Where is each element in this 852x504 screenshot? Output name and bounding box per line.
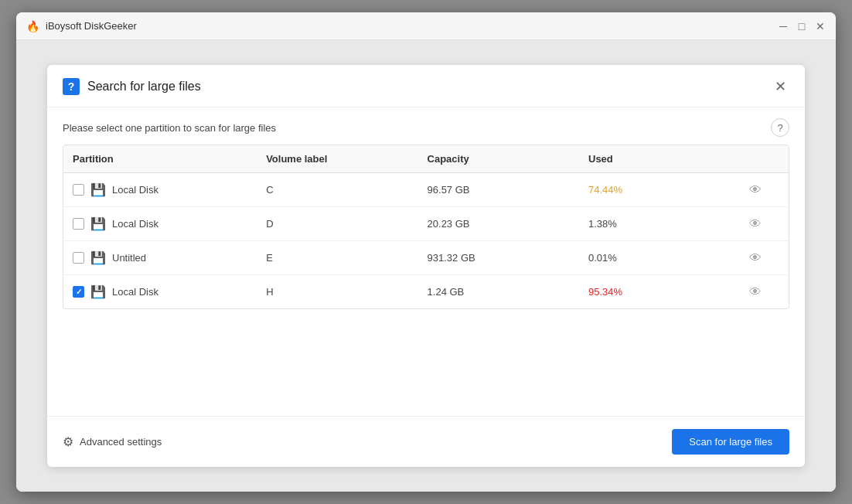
maximize-button[interactable]: □ <box>796 20 808 32</box>
used-e: 0.01% <box>579 241 740 275</box>
app-body: ? Search for large files ✕ Please select… <box>16 40 836 492</box>
table-row: 💾 Local Disk H 1.24 GB 95.34% 👁 <box>63 275 789 309</box>
capacity-e: 931.32 GB <box>418 241 579 275</box>
eye-icon-h[interactable]: 👁 <box>749 285 762 298</box>
partition-name-e: Untitled <box>112 252 146 264</box>
eye-icon-d[interactable]: 👁 <box>749 217 762 230</box>
title-bar: 🔥 iBoysoft DiskGeeker ─ □ ✕ <box>16 12 836 40</box>
checkbox-c[interactable] <box>73 184 84 196</box>
eye-cell-c: 👁 <box>740 173 789 207</box>
table-row: 💾 Local Disk C 96.57 GB 74.44% 👁 <box>63 173 789 207</box>
partition-name-h: Local Disk <box>112 286 158 298</box>
col-volume-label: Volume label <box>257 145 417 173</box>
partition-cell-c: 💾 Local Disk <box>63 173 257 207</box>
table-row: 💾 Untitled E 931.32 GB 0.01% 👁 <box>63 241 789 275</box>
advanced-settings-button[interactable]: ⚙ Advanced settings <box>63 434 162 449</box>
dialog-title: Search for large files <box>87 80 771 94</box>
gear-icon: ⚙ <box>63 434 73 449</box>
checkbox-h[interactable] <box>73 286 84 298</box>
volume-label-d: D <box>257 207 417 241</box>
disk-icon-d: 💾 <box>90 216 106 231</box>
used-c: 74.44% <box>579 173 740 207</box>
app-icon: 🔥 <box>26 19 39 33</box>
table-row: 💾 Local Disk D 20.23 GB 1.38% 👁 <box>63 207 789 241</box>
dialog-subtitle-row: Please select one partition to scan for … <box>47 107 805 145</box>
volume-label-h: H <box>257 275 417 309</box>
dialog-footer: ⚙ Advanced settings Scan for large files <box>47 416 805 467</box>
dialog-content: Partition Volume label Capacity Used <box>47 145 805 416</box>
partition-name-c: Local Disk <box>112 184 158 196</box>
eye-cell-d: 👁 <box>740 207 789 241</box>
eye-cell-e: 👁 <box>740 241 789 275</box>
checkbox-e[interactable] <box>73 252 84 264</box>
partition-cell-h: 💾 Local Disk <box>63 275 257 309</box>
help-button[interactable]: ? <box>771 118 789 137</box>
scan-button[interactable]: Scan for large files <box>672 429 789 455</box>
eye-icon-e[interactable]: 👁 <box>749 251 762 264</box>
col-used: Used <box>579 145 740 173</box>
disk-icon-e: 💾 <box>90 250 106 265</box>
minimize-button[interactable]: ─ <box>777 20 789 32</box>
col-partition: Partition <box>63 145 257 173</box>
window-controls: ─ □ ✕ <box>777 20 826 32</box>
capacity-d: 20.23 GB <box>418 207 579 241</box>
checkbox-d[interactable] <box>73 218 84 230</box>
partition-cell-d: 💾 Local Disk <box>63 207 257 241</box>
dialog-header: ? Search for large files ✕ <box>47 65 805 107</box>
used-h: 95.34% <box>579 275 740 309</box>
table-header: Partition Volume label Capacity Used <box>63 145 789 173</box>
partition-table: Partition Volume label Capacity Used <box>63 145 789 308</box>
disk-icon-h: 💾 <box>90 284 106 299</box>
capacity-c: 96.57 GB <box>418 173 579 207</box>
volume-label-c: C <box>257 173 417 207</box>
capacity-h: 1.24 GB <box>418 275 579 309</box>
volume-label-e: E <box>257 241 417 275</box>
table-body: 💾 Local Disk C 96.57 GB 74.44% 👁 <box>63 173 789 309</box>
eye-icon-c[interactable]: 👁 <box>749 183 762 196</box>
app-window: 🔥 iBoysoft DiskGeeker ─ □ ✕ ? Search for… <box>16 12 836 492</box>
app-close-button[interactable]: ✕ <box>814 20 826 32</box>
col-action <box>740 145 789 173</box>
partition-table-container: Partition Volume label Capacity Used <box>63 145 789 309</box>
search-large-files-dialog: ? Search for large files ✕ Please select… <box>47 65 805 467</box>
dialog-close-button[interactable]: ✕ <box>771 77 789 96</box>
advanced-settings-label: Advanced settings <box>80 436 162 448</box>
col-capacity: Capacity <box>418 145 579 173</box>
app-title: iBoysoft DiskGeeker <box>46 20 777 32</box>
disk-icon-c: 💾 <box>90 182 106 197</box>
partition-name-d: Local Disk <box>112 218 158 230</box>
eye-cell-h: 👁 <box>740 275 789 309</box>
used-d: 1.38% <box>579 207 740 241</box>
dialog-icon: ? <box>63 78 80 95</box>
dialog-subtitle-text: Please select one partition to scan for … <box>63 122 276 134</box>
partition-cell-e: 💾 Untitled <box>63 241 257 275</box>
